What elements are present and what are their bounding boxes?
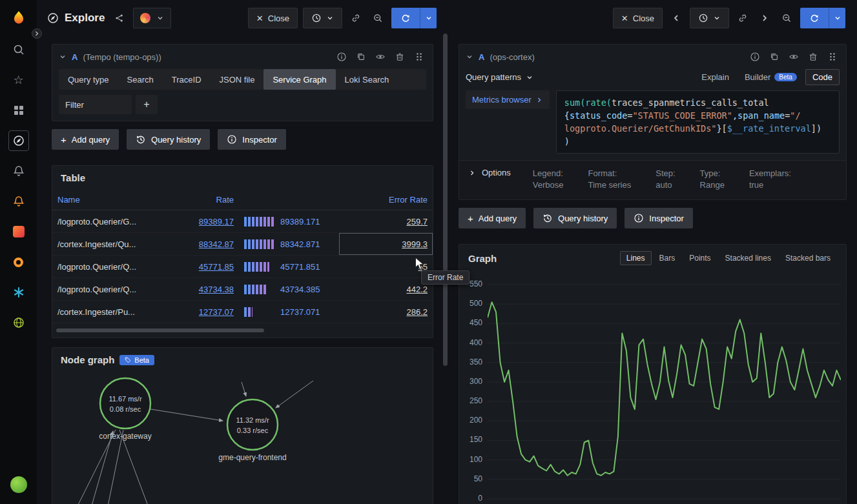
chevron-down-icon — [156, 14, 164, 22]
copy-link-button[interactable] — [347, 8, 364, 28]
chart-plot-area[interactable] — [488, 279, 841, 504]
graph-style-points[interactable]: Points — [683, 251, 717, 265]
run-query-caret-button[interactable] — [420, 8, 437, 28]
run-query-main-button[interactable] — [391, 8, 420, 28]
close-split-button[interactable]: ✕Close — [613, 8, 663, 28]
rate-gauge-bar — [244, 307, 253, 317]
remove-query-button[interactable] — [393, 46, 407, 67]
sidebar-expand-toggle[interactable] — [32, 28, 42, 39]
collapse-query-icon[interactable] — [466, 53, 473, 61]
sidebar-item-search[interactable] — [8, 39, 29, 60]
inspector-button[interactable]: Inspector — [625, 208, 692, 228]
add-filter-button[interactable]: + — [136, 95, 158, 114]
sidebar-item-dashboards[interactable] — [8, 100, 29, 121]
node-label: cortex-gateway — [99, 432, 151, 441]
share-shortlink-button[interactable] — [111, 8, 128, 28]
remove-query-button[interactable] — [806, 46, 820, 67]
col-header-error-rate[interactable]: Error Rate — [339, 190, 433, 210]
chevron-down-icon — [834, 14, 842, 22]
query-history-button[interactable]: Query history — [533, 208, 617, 228]
rate-link[interactable]: 88342.87 — [199, 239, 234, 249]
drag-query-handle[interactable] — [412, 46, 426, 67]
run-query-main-button[interactable] — [800, 8, 829, 28]
graph-style-bars[interactable]: Bars — [653, 251, 682, 265]
split-move-right-button[interactable] — [756, 8, 773, 28]
time-series-chart[interactable]: 050100150200250300350400450500550 — [464, 279, 843, 504]
editor-mode-code[interactable]: Code — [805, 69, 840, 85]
grafana-logo[interactable] — [7, 6, 30, 30]
sidebar-item-oncall-app[interactable] — [8, 252, 29, 272]
editor-mode-explain[interactable]: Explain — [694, 69, 736, 85]
col-header-rate[interactable]: Rate — [147, 190, 239, 210]
graph-style-lines[interactable]: Lines — [620, 251, 652, 265]
metrics-browser-button[interactable]: Metrics browser — [466, 90, 550, 109]
graph-style-stacked-bars[interactable]: Stacked bars — [779, 251, 837, 265]
copy-icon — [769, 52, 780, 62]
hide-query-button[interactable] — [373, 46, 387, 67]
error-rate-link[interactable]: 259.7 — [406, 217, 428, 227]
add-query-button[interactable]: +Add query — [459, 208, 526, 228]
copy-link-button[interactable] — [734, 8, 751, 28]
user-avatar[interactable] — [8, 474, 29, 495]
rate-link[interactable]: 12737.07 — [199, 307, 234, 317]
sidebar-item-web-app[interactable] — [8, 312, 29, 333]
node-graph-node[interactable]: 11.67 ms/r0.08 r/seccortex-gateway — [99, 378, 151, 441]
node-graph-node[interactable]: 11.32 ms/r0.33 r/secgme-query-frontend — [218, 399, 286, 462]
error-rate-link[interactable]: 442.2 — [406, 285, 428, 294]
explore-toolbar-right: ✕Close — [448, 0, 857, 36]
rate-link[interactable]: 89389.17 — [199, 217, 234, 227]
query-options-row[interactable]: Options Legend:VerboseFormat:Time series… — [459, 160, 846, 199]
editor-mode-builder[interactable]: BuilderBeta — [738, 69, 804, 85]
rate-link[interactable]: 45771.85 — [199, 262, 234, 272]
node-graph-title: Node graph Beta — [52, 354, 433, 365]
sidebar-item-explore[interactable] — [8, 130, 29, 151]
pane-scrollbar[interactable] — [443, 34, 448, 366]
duplicate-query-button[interactable] — [354, 46, 368, 67]
add-query-button[interactable]: +Add query — [52, 129, 119, 150]
query-type-tab-service-graph[interactable]: Service Graph — [263, 69, 335, 90]
sidebar-item-incident-app[interactable] — [8, 221, 29, 242]
query-type-tab-loki-search[interactable]: Loki Search — [336, 69, 398, 90]
query-type-tab-traceid[interactable]: TraceID — [163, 69, 211, 90]
error-rate-link[interactable]: 286.2 — [406, 307, 428, 317]
hide-query-button[interactable] — [787, 46, 801, 67]
split-move-left-button[interactable] — [668, 8, 685, 28]
col-header-name[interactable]: Name — [52, 190, 147, 210]
query-type-tab-json-file[interactable]: JSON file — [211, 69, 264, 90]
sidebar-item-alerting[interactable] — [8, 161, 29, 181]
duplicate-query-button[interactable] — [767, 46, 781, 67]
time-picker-button[interactable] — [690, 8, 729, 28]
rate-gauge-value: 89389.171 — [280, 217, 320, 227]
node-graph-canvas[interactable]: 11.67 ms/r0.08 r/seccortex-gateway11.32 … — [52, 372, 433, 504]
zoom-out-button[interactable] — [369, 8, 386, 28]
rate-link[interactable]: 43734.38 — [199, 285, 234, 294]
node-label: gme-query-frontend — [218, 453, 286, 462]
run-query-caret-button[interactable] — [829, 8, 845, 28]
close-split-button[interactable]: ✕Close — [248, 8, 298, 28]
query-history-button[interactable]: Query history — [127, 129, 210, 150]
query-info-button[interactable] — [748, 46, 762, 67]
inspector-button[interactable]: Inspector — [218, 129, 285, 150]
sidebar-item-alerting-app[interactable] — [8, 191, 29, 212]
drag-query-handle[interactable] — [825, 46, 840, 67]
sidebar-item-ml-app[interactable] — [8, 282, 29, 303]
chevron-down-icon — [425, 14, 433, 22]
query-info-button[interactable] — [335, 46, 349, 67]
svg-text:0.33 r/sec: 0.33 r/sec — [237, 427, 269, 434]
option-pair: Legend:Verbose — [533, 168, 564, 191]
collapse-query-icon[interactable] — [59, 53, 67, 61]
filter-field[interactable]: Filter — [59, 95, 132, 114]
graph-style-stacked-lines[interactable]: Stacked lines — [719, 251, 778, 265]
query-type-tab-search[interactable]: Search — [118, 69, 163, 90]
options-toggle[interactable]: Options — [468, 168, 511, 177]
query-patterns-button[interactable]: Query patterns — [466, 72, 533, 82]
datasource-picker[interactable] — [133, 8, 171, 28]
error-rate-link[interactable]: 3999.3 — [402, 239, 428, 249]
y-axis-label: 500 — [470, 299, 482, 308]
zoom-out-button[interactable] — [778, 8, 795, 28]
query-type-label: Query type — [59, 69, 118, 90]
promql-code-editor[interactable]: sum(rate(traces_spanmetrics_calls_total{… — [556, 90, 840, 154]
table-horizontal-scrollbar[interactable] — [56, 328, 264, 332]
time-picker-button[interactable] — [303, 8, 342, 28]
sidebar-item-starred[interactable]: ☆ — [8, 70, 29, 90]
